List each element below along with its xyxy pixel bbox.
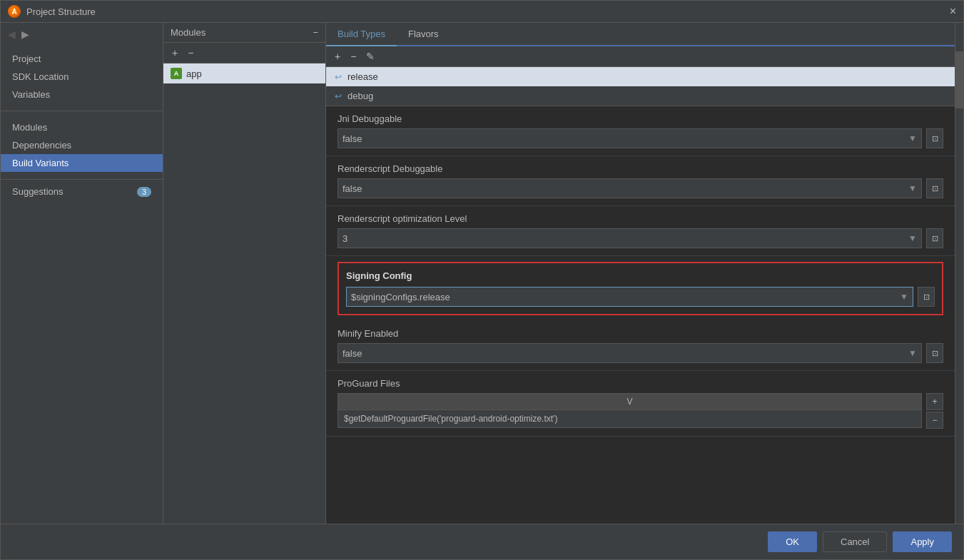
modules-remove-button[interactable]: −: [185, 46, 196, 60]
signing-config-label: Signing Config: [346, 270, 935, 281]
sidebar-divider-2: [1, 179, 163, 180]
minify-enabled-row: Minify Enabled false ▼ ⊡: [326, 321, 955, 371]
sidebar-item-suggestions[interactable]: Suggestions 3: [1, 183, 163, 200]
signing-config-arrow-icon[interactable]: ▼: [900, 292, 908, 302]
build-add-button[interactable]: +: [332, 49, 343, 63]
signing-config-dropdown[interactable]: $signingConfigs.release ▼: [346, 287, 913, 307]
dialog-title: Project Structure: [26, 6, 950, 17]
renderscript-opt-value: 3: [343, 233, 908, 244]
sidebar-item-sdk-location[interactable]: SDK Location: [1, 68, 163, 86]
renderscript-opt-dropdown[interactable]: 3 ▼: [338, 228, 922, 248]
renderscript-debuggable-prop-btn[interactable]: ⊡: [926, 178, 943, 198]
signing-config-value: $signingConfigs.release: [351, 292, 900, 302]
sidebar: ◀ ▶ Project SDK Location Variables Modul…: [1, 23, 163, 524]
minify-enabled-prop-btn[interactable]: ⊡: [926, 343, 943, 363]
modules-add-button[interactable]: +: [169, 46, 181, 60]
debug-arrow-icon: ↩: [335, 91, 342, 101]
signing-config-section: Signing Config $signingConfigs.release ▼…: [338, 262, 943, 315]
renderscript-opt-row: Renderscript optimization Level 3 ▼ ⊡: [326, 206, 955, 256]
dialog-footer: OK Cancel Apply: [1, 524, 963, 559]
minify-enabled-value: false: [343, 348, 908, 359]
build-edit-button[interactable]: ✎: [363, 49, 377, 63]
debug-label: debug: [347, 91, 373, 101]
dialog-body: ◀ ▶ Project SDK Location Variables Modul…: [1, 23, 963, 524]
renderscript-opt-label: Renderscript optimization Level: [338, 213, 943, 224]
proguard-column-header: V: [338, 394, 921, 410]
renderscript-debuggable-dropdown[interactable]: false ▼: [338, 178, 922, 198]
jni-debuggable-row: Jni Debuggable false ▼ ⊡: [326, 106, 955, 156]
modules-title: Modules: [171, 27, 206, 38]
renderscript-opt-prop-btn[interactable]: ⊡: [926, 228, 943, 248]
minify-enabled-dropdown[interactable]: false ▼: [338, 343, 922, 363]
tabs-bar: Build Types Flavors: [326, 23, 955, 46]
module-app-icon: A: [171, 68, 182, 79]
renderscript-debuggable-row: Renderscript Debuggable false ▼ ⊡: [326, 156, 955, 206]
title-bar: A Project Structure ×: [1, 1, 963, 23]
build-remove-button[interactable]: −: [347, 49, 359, 63]
cancel-button[interactable]: Cancel: [823, 531, 887, 552]
project-structure-dialog: A Project Structure × ◀ ▶ Project SDK Lo…: [0, 0, 964, 560]
sidebar-item-variables[interactable]: Variables: [1, 86, 163, 103]
proguard-files-label: ProGuard Files: [338, 378, 943, 389]
minify-enabled-arrow-icon[interactable]: ▼: [908, 348, 917, 358]
forward-arrow-icon[interactable]: ▶: [21, 29, 29, 40]
scrollbar-track[interactable]: [955, 23, 963, 524]
sidebar-nav: ◀ ▶: [1, 23, 163, 46]
release-arrow-icon: ↩: [335, 72, 342, 82]
sidebar-item-project[interactable]: Project: [1, 50, 163, 68]
modules-toolbar: + −: [163, 43, 325, 63]
back-arrow-icon[interactable]: ◀: [8, 29, 16, 40]
signing-config-prop-btn[interactable]: ⊡: [918, 287, 935, 307]
modules-collapse-icon[interactable]: −: [313, 27, 318, 38]
renderscript-opt-control: 3 ▼ ⊡: [338, 228, 943, 248]
sidebar-divider-1: [1, 111, 163, 111]
settings-panel: Jni Debuggable false ▼ ⊡ Renderscript De…: [326, 106, 955, 524]
apply-button[interactable]: Apply: [893, 531, 952, 552]
proguard-table: V $getDefaultProguardFile('proguard-andr…: [338, 393, 922, 428]
jni-debuggable-control: false ▼ ⊡: [338, 128, 943, 148]
jni-debuggable-arrow-icon[interactable]: ▼: [908, 133, 917, 143]
proguard-files-row: ProGuard Files V $getDefaultProguardFile…: [326, 371, 955, 437]
close-button[interactable]: ×: [950, 5, 956, 18]
proguard-remove-button[interactable]: −: [926, 412, 943, 429]
sidebar-item-build-variants[interactable]: Build Variants: [1, 154, 163, 172]
renderscript-debuggable-arrow-icon[interactable]: ▼: [908, 183, 917, 193]
inner-toolbar: + − ✎: [326, 46, 955, 67]
jni-debuggable-value: false: [343, 133, 908, 144]
tab-build-types[interactable]: Build Types: [326, 23, 397, 46]
modules-header: Modules −: [163, 23, 325, 43]
renderscript-debuggable-control: false ▼ ⊡: [338, 178, 943, 198]
main-content: Build Types Flavors + − ✎ ↩ release ↩: [326, 23, 955, 524]
build-types-list: ↩ release ↩ debug: [326, 67, 955, 106]
module-app-label: app: [186, 68, 202, 79]
jni-debuggable-label: Jni Debuggable: [338, 113, 943, 124]
renderscript-debuggable-label: Renderscript Debuggable: [338, 163, 943, 174]
minify-enabled-control: false ▼ ⊡: [338, 343, 943, 363]
sidebar-item-dependencies[interactable]: Dependencies: [1, 136, 163, 154]
proguard-row[interactable]: $getDefaultProguardFile('proguard-androi…: [338, 410, 921, 427]
ok-button[interactable]: OK: [768, 531, 817, 552]
sidebar-item-modules[interactable]: Modules: [1, 118, 163, 136]
modules-panel: Modules − + − A app: [163, 23, 326, 524]
scrollbar-thumb[interactable]: [955, 51, 963, 108]
app-icon: A: [8, 5, 21, 18]
release-label: release: [347, 71, 378, 82]
module-item-app[interactable]: A app: [163, 63, 325, 83]
proguard-actions: + −: [926, 393, 943, 429]
sidebar-bottom-section: Modules Dependencies Build Variants: [1, 114, 163, 176]
proguard-add-button[interactable]: +: [926, 393, 943, 410]
tab-flavors[interactable]: Flavors: [397, 23, 450, 46]
signing-config-control: $signingConfigs.release ▼ ⊡: [346, 287, 935, 307]
jni-debuggable-dropdown[interactable]: false ▼: [338, 128, 922, 148]
suggestions-badge: 3: [137, 187, 151, 197]
proguard-files-control: V $getDefaultProguardFile('proguard-andr…: [338, 393, 943, 429]
jni-debuggable-prop-btn[interactable]: ⊡: [926, 128, 943, 148]
renderscript-opt-arrow-icon[interactable]: ▼: [908, 233, 917, 243]
sidebar-top-section: Project SDK Location Variables: [1, 46, 163, 108]
build-item-release[interactable]: ↩ release: [326, 67, 955, 86]
minify-enabled-label: Minify Enabled: [338, 328, 943, 339]
renderscript-debuggable-value: false: [343, 183, 908, 194]
build-item-debug[interactable]: ↩ debug: [326, 86, 955, 106]
